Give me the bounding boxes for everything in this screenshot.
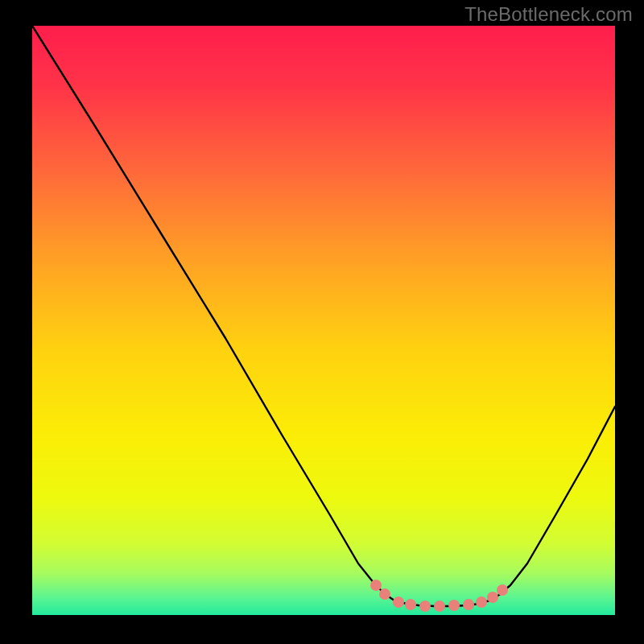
valley-marker-dot: [419, 601, 431, 612]
valley-marker-dot: [476, 597, 487, 608]
valley-marker-dot: [370, 580, 382, 591]
valley-marker-dot: [448, 600, 460, 611]
valley-marker-dot: [463, 599, 474, 610]
valley-marker-dot: [497, 584, 508, 596]
valley-marker-dot: [434, 601, 445, 612]
valley-marker-dot: [393, 597, 404, 608]
valley-marker-dot: [379, 588, 390, 600]
bottleneck-chart: [0, 0, 644, 644]
valley-marker-dot: [405, 599, 416, 610]
watermark-text: TheBottleneck.com: [464, 3, 633, 26]
valley-marker-dot: [487, 592, 498, 603]
chart-container: TheBottleneck.com: [0, 0, 644, 644]
plot-background: [32, 26, 615, 615]
